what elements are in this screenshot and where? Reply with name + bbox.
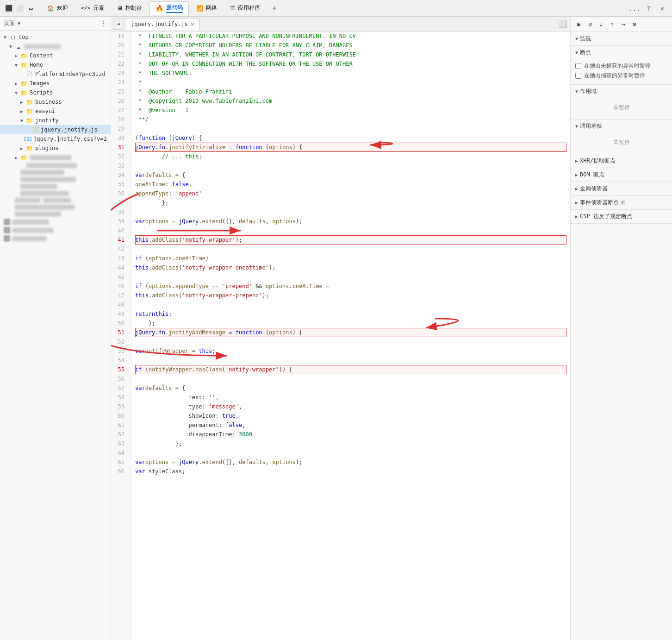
code-line-44[interactable]: this.addClass('notify-wrapper-oneattime'… <box>135 263 566 272</box>
code-line-36[interactable]: appendType: 'append' <box>135 189 566 198</box>
tab-sources[interactable]: 🔥 源代码 <box>149 1 189 15</box>
code-line-35[interactable]: oneAtTime: false, <box>135 180 566 189</box>
tree-item-business[interactable]: ▶ 📁 business <box>0 97 111 107</box>
devtools-icon-5[interactable]: → <box>619 19 628 29</box>
code-line-66[interactable]: var styleClass; <box>135 467 566 476</box>
right-section-global-header[interactable]: ▶ 全局侦听器 <box>571 182 672 195</box>
tab-welcome[interactable]: 🏠 欢迎 <box>42 2 74 14</box>
tree-item-top[interactable]: ▼ □ top <box>0 32 111 42</box>
code-line-47[interactable]: this.addClass('notify-wrapper-prepend'); <box>135 291 566 300</box>
tree-item-plugins[interactable]: ▶ 📁 plugins <box>0 144 111 153</box>
code-line-38[interactable] <box>135 207 566 217</box>
editor-collapse-button[interactable]: ⬜ <box>557 19 568 30</box>
code-line-63[interactable]: }; <box>135 439 566 448</box>
tree-item-blurred-1[interactable]: ▶ 📁 <box>0 153 111 162</box>
tab-network[interactable]: 📶 网络 <box>191 2 223 14</box>
code-line-25[interactable]: * @author Fabio Franzini <box>135 87 566 96</box>
code-line-49[interactable]: return this; <box>135 309 566 319</box>
code-line-55[interactable]: if (notifyWrapper.hasClass('notify-wrapp… <box>135 365 566 374</box>
code-line-59[interactable]: type: 'message', <box>135 402 566 411</box>
code-line-41[interactable]: this.addClass('notify-wrapper'); <box>135 235 566 245</box>
code-line-27[interactable]: * @version 1 <box>135 106 566 115</box>
breakpoint-checkbox-2[interactable] <box>575 73 581 79</box>
devtools-icon-4[interactable]: ↑ <box>608 19 617 29</box>
window-icon-1[interactable]: ⬛ <box>4 3 14 13</box>
help-button[interactable]: ? <box>642 2 654 14</box>
tab-elements[interactable]: </> 元素 <box>75 2 110 14</box>
tree-item-blurred-9[interactable] <box>0 211 111 218</box>
devtools-icon-3[interactable]: ↓ <box>597 19 606 29</box>
code-line-19[interactable]: * FITNESS FOR A PARTICULAR PURPOSE AND N… <box>135 31 566 41</box>
window-icon-3[interactable]: ▭ <box>26 3 36 13</box>
tree-item-blurred-8[interactable] <box>0 204 111 211</box>
right-section-xhr-header[interactable]: ▶ XHR/提取断点 <box>571 154 672 168</box>
tab-console[interactable]: 🖥 控制台 <box>112 2 148 14</box>
editor-active-tab[interactable]: jquery.jnotify.js × <box>126 18 199 30</box>
tree-item-jquery-js[interactable]: JS jquery.jnotify.js <box>0 125 111 134</box>
code-line-22[interactable]: * OUT OF OR IN CONNECTION WITH THE SOFTW… <box>135 59 566 69</box>
tree-item-images[interactable]: ▶ 📁 Images <box>0 79 111 88</box>
code-line-60[interactable]: showIcon: true, <box>135 411 566 420</box>
code-line-33[interactable] <box>135 161 566 170</box>
code-line-31[interactable]: jQuery.fn.jnotifyInizialize = function (… <box>135 143 566 152</box>
code-line-43[interactable]: if (options.oneAtTime) <box>135 254 566 263</box>
code-line-51[interactable]: jQuery.fn.jnotifyAddMessage = function (… <box>135 328 566 337</box>
right-section-event-header[interactable]: ▶ 事件侦听器断点 断 <box>571 196 672 209</box>
code-lines[interactable]: * FITNESS FOR A PARTICULAR PURPOSE AND N… <box>131 31 570 640</box>
tree-item-blurred-2[interactable] <box>0 162 111 169</box>
code-line-48[interactable] <box>135 300 566 309</box>
code-line-65[interactable]: var options = jQuery.extend({}, defaults… <box>135 458 566 467</box>
tree-item-home[interactable]: ▼ 📁 Home <box>0 60 111 69</box>
code-line-39[interactable]: var options = jQuery.extend({}, defaults… <box>135 217 566 226</box>
sidebar-dropdown-icon[interactable]: ▼ <box>18 21 20 26</box>
code-line-37[interactable]: }; <box>135 198 566 207</box>
code-line-46[interactable]: if (options.appendType == 'prepend' && o… <box>135 282 566 291</box>
breakpoint-checkbox-1[interactable] <box>575 63 581 69</box>
code-line-42[interactable] <box>135 245 566 254</box>
right-section-csp-header[interactable]: ▶ CSP 违反了规定断点 <box>571 210 672 223</box>
tree-item-easyui[interactable]: ▶ 📁 easyui <box>0 107 111 116</box>
right-section-breakpoints-header[interactable]: ▼ 断点 <box>571 46 672 59</box>
code-line-20[interactable]: * AUTHORS OR COPYRIGHT HOLDERS BE LIABLE… <box>135 41 566 50</box>
code-line-29[interactable] <box>135 124 566 133</box>
close-devtools-button[interactable]: ✕ <box>656 2 668 14</box>
code-line-62[interactable]: disappearTime: 3000 <box>135 430 566 439</box>
editor-tab-close-button[interactable]: × <box>191 20 194 28</box>
tree-item-blurred-11[interactable] <box>0 226 111 234</box>
tree-item-blurred-7[interactable] <box>0 197 111 204</box>
code-line-32[interactable]: // ... this; <box>135 152 566 161</box>
tree-item-blurred-4[interactable] <box>0 176 111 183</box>
code-line-57[interactable]: var defaults = { <box>135 383 566 393</box>
code-content[interactable]: 1920212223242526272829303132333435363738… <box>111 31 570 640</box>
code-line-26[interactable]: * @copyright 2010 www.fabiofranzini.com <box>135 96 566 106</box>
right-section-monitor-header[interactable]: ▼ 监视 <box>571 32 672 45</box>
code-line-34[interactable]: var defaults = { <box>135 170 566 180</box>
tab-application[interactable]: ☰ 应用程序 <box>224 2 266 14</box>
tree-item-platformindex[interactable]: 📄 PlatformIndex?p=c3Izd <box>0 69 111 79</box>
sidebar-more-icon[interactable]: ⋮ <box>100 20 107 27</box>
tree-item-blurred-3[interactable] <box>0 169 111 176</box>
tree-item-jquery-css[interactable]: CSS jquery.jnotify.css?v=2 <box>0 134 111 144</box>
code-line-50[interactable]: }; <box>135 319 566 328</box>
tree-item-blurred-10[interactable] <box>0 218 111 226</box>
code-line-61[interactable]: permanent: false, <box>135 420 566 430</box>
right-section-dom-header[interactable]: ▶ DOM 断点 <box>571 168 672 182</box>
tree-item-cloud[interactable]: ▼ ☁ <box>0 42 111 51</box>
more-button[interactable]: ... <box>628 2 641 14</box>
code-line-56[interactable] <box>135 374 566 383</box>
code-line-45[interactable] <box>135 272 566 282</box>
code-line-64[interactable] <box>135 448 566 458</box>
editor-expand-button[interactable]: ⇥ <box>113 19 124 30</box>
tree-item-blurred-5[interactable] <box>0 183 111 190</box>
code-line-21[interactable]: * LIABILITY, WHETHER IN AN ACTION OF CON… <box>135 50 566 59</box>
right-section-callstack-header[interactable]: ▼ 调用堆栈 <box>571 119 672 133</box>
right-section-scope-header[interactable]: ▼ 作用域 <box>571 85 672 98</box>
tree-item-content[interactable]: ▶ 📁 Content <box>0 51 111 60</box>
code-line-24[interactable]: * <box>135 78 566 87</box>
code-line-28[interactable]: **/ <box>135 115 566 124</box>
code-line-23[interactable]: * THE SOFTWARE. <box>135 69 566 78</box>
tree-item-blurred-6[interactable] <box>0 190 111 197</box>
code-line-30[interactable]: (function (jQuery) { <box>135 133 566 143</box>
devtools-icon-2[interactable]: ↺ <box>585 19 595 29</box>
code-line-54[interactable] <box>135 356 566 365</box>
